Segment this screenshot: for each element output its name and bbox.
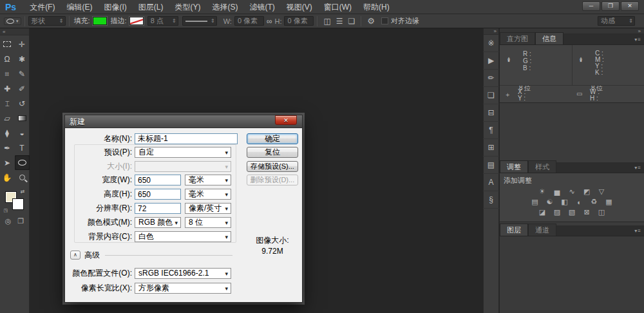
width-input[interactable] [135,175,181,185]
width-unit-select[interactable]: 毫米 [185,175,231,185]
clone-stamp-tool[interactable]: ⌶ [0,96,15,111]
restore-button[interactable]: ❐ [601,1,620,11]
notes-panel-icon[interactable]: ▤ [483,156,499,174]
hand-tool[interactable]: ✋ [0,170,15,185]
name-input[interactable] [135,133,238,144]
healing-brush-tool[interactable]: ✚ [0,81,15,96]
dialog-title-bar[interactable]: 新建 ✕ [65,115,302,128]
vibrance-icon[interactable]: ▽ [596,187,607,196]
dock-collapse-toggle[interactable]: » [484,28,498,35]
actions-panel-icon[interactable]: ▶ [483,52,499,70]
background-color-swatch[interactable] [12,198,24,210]
menu-select[interactable]: 选择(S) [206,0,243,14]
path-operations-icon[interactable]: ◫ [321,17,333,26]
color-lookup-icon[interactable]: ▦ [604,198,614,206]
bit-depth-select[interactable]: 8 位 [185,217,231,228]
tool-preset-picker[interactable]: ▾ [4,17,21,25]
photo-filter-icon[interactable]: ◐ [574,198,585,206]
pen-tool[interactable]: ✒ [0,140,15,155]
tab-channels[interactable]: 通道 [528,223,556,236]
link-dimensions-icon[interactable]: ∞ [264,17,275,26]
brush-panel-icon[interactable]: ✏ [483,70,499,87]
advanced-collapse-button[interactable]: ∧ [70,251,80,260]
preset-select[interactable]: 自定 [135,147,231,158]
color-balance-icon[interactable]: ☯ [545,198,555,206]
align-edges-checkbox[interactable] [381,17,388,24]
crop-tool[interactable]: ⌗ [0,66,15,81]
screen-mode-icon[interactable]: ❐ [17,217,24,225]
invert-icon[interactable]: ◪ [537,208,547,216]
move-tool[interactable]: ✛ [15,37,30,52]
hue-saturation-icon[interactable]: ▤ [530,198,540,206]
ok-button[interactable]: 确定 [247,133,298,144]
character-styles-panel-icon[interactable]: A [483,174,499,191]
ellipse-tool-selected[interactable] [15,155,30,170]
workspace-select[interactable]: 动感 [598,16,635,26]
color-profile-select[interactable]: sRGB IEC61966-2.1 [135,268,231,279]
curves-icon[interactable]: ∿ [567,187,577,196]
panel-menu-icon[interactable]: ▾≡ [634,165,641,171]
posterize-icon[interactable]: ▨ [552,208,562,216]
toolbox-collapse-toggle[interactable]: « [0,28,29,35]
pixel-aspect-select[interactable]: 方形像素 [135,283,231,294]
save-preset-button[interactable]: 存储预设(S)... [247,161,298,172]
eyedropper-icon[interactable]: ✒ [505,57,513,62]
resolution-input[interactable] [135,203,181,214]
channel-mixer-icon[interactable]: ♻ [589,198,600,206]
minimize-button[interactable]: ─ [582,1,600,11]
close-window-button[interactable]: ✕ [621,1,639,11]
gear-icon[interactable]: ⚙ [367,16,375,26]
selective-color-icon[interactable]: ⊠ [582,208,592,216]
path-selection-tool[interactable]: ➤ [0,155,15,170]
panel-menu-icon[interactable]: ▾≡ [634,228,641,234]
tab-adjustments[interactable]: 调整 [500,160,528,173]
magic-wand-tool[interactable]: ✱ [15,52,30,66]
menu-layer[interactable]: 图层(L) [133,0,169,14]
exposure-icon[interactable]: ◩ [582,187,592,196]
rect-marquee-tool[interactable] [0,37,15,52]
tab-layers[interactable]: 图层 [500,223,528,236]
blur-tool[interactable]: ⧫ [0,126,15,140]
path-arrange-icon[interactable]: ❏ [346,17,358,26]
default-colors-icon[interactable]: ◳ [4,208,8,213]
color-mode-select[interactable]: RGB 颜色 [135,217,181,228]
history-brush-tool[interactable]: ↺ [15,96,30,111]
menu-edit[interactable]: 编辑(E) [61,0,98,14]
panel-menu-icon[interactable]: ▾≡ [634,37,641,43]
eraser-tool[interactable]: ▱ [0,111,15,126]
levels-icon[interactable]: ▅ [552,187,562,196]
menu-view[interactable]: 视图(V) [281,0,318,14]
threshold-icon[interactable]: ▧ [567,208,577,216]
menu-type[interactable]: 类型(Y) [169,0,206,14]
type-tool[interactable]: T [15,140,30,155]
resolution-unit-select[interactable]: 像素/英寸 [185,203,231,214]
eyedropper-tool[interactable]: ✎ [15,66,30,81]
height-input[interactable] [135,189,181,200]
menu-filter[interactable]: 滤镜(T) [243,0,280,14]
shape-width-field[interactable]: 0 像素 [234,16,264,26]
menu-file[interactable]: 文件(F) [24,0,61,14]
stroke-color-swatch[interactable] [129,17,144,25]
tool-mode-select[interactable]: 形状 [28,16,66,26]
brightness-contrast-icon[interactable]: ☀ [537,187,547,196]
fill-color-swatch[interactable] [93,17,107,25]
stroke-width-select[interactable]: 8 点 [147,16,178,26]
glyphs-panel-icon[interactable]: ⊞ [483,139,499,156]
menu-help[interactable]: 帮助(H) [357,0,395,14]
reset-button[interactable]: 复位 [247,147,298,158]
gradient-map-icon[interactable]: ◫ [596,208,607,216]
layer-comps-panel-icon[interactable]: ⊟ [483,104,499,122]
menu-image[interactable]: 图像(I) [98,0,132,14]
brush-presets-panel-icon[interactable]: ※ [483,35,499,52]
tab-info[interactable]: 信息 [535,32,564,44]
dodge-tool[interactable]: ◒ [15,126,30,140]
tab-styles[interactable]: 样式 [528,160,556,173]
gradient-tool[interactable] [15,111,30,126]
shape-height-field[interactable]: 0 像素 [284,16,314,26]
black-white-icon[interactable]: ◧ [560,198,570,206]
stroke-type-select[interactable] [182,16,217,26]
swap-colors-icon[interactable]: ⇄ [21,189,25,194]
tab-histogram[interactable]: 直方图 [500,32,535,44]
height-unit-select[interactable]: 毫米 [185,189,231,200]
menu-window[interactable]: 窗口(W) [318,0,357,14]
